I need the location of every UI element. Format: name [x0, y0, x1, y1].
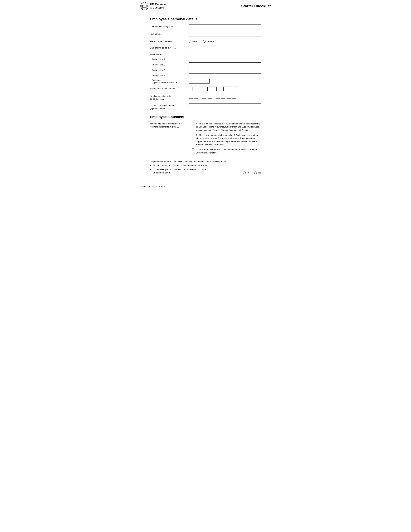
section2: Employee statement You need to select on…	[150, 115, 261, 156]
emp-day1[interactable]	[188, 94, 193, 98]
home-address-group: Home address Address line 1 Address line…	[150, 53, 261, 84]
ni-box-9[interactable]	[228, 86, 232, 91]
emp-month2[interactable]	[208, 94, 212, 98]
student-loan-section: Do you have a Student Loan which is not …	[150, 160, 261, 175]
student-loan-question: Do you have a Student Loan which is not …	[150, 160, 261, 163]
first-name-input[interactable]	[188, 32, 261, 37]
page-header: HM Revenue & Customs Starter Checklist	[137, 0, 274, 12]
home-address-title: Home address	[150, 53, 261, 56]
gender-female-label[interactable]: Female	[203, 40, 214, 43]
student-loan-bullet2: You received your first Student Loan ins…	[152, 168, 243, 175]
dob-month2[interactable]	[208, 46, 212, 50]
section2-title: Employee statement	[150, 115, 261, 119]
dob-year3[interactable]	[227, 46, 231, 50]
dob-day1[interactable]	[188, 46, 193, 50]
student-loan-no-radio[interactable]	[243, 171, 246, 174]
first-name-row: First name(s)	[150, 32, 261, 37]
first-name-label: First name(s)	[150, 32, 188, 36]
address-line1-row: Address line 1	[150, 57, 261, 61]
gender-female-text: Female	[207, 40, 214, 43]
address-line2-label: Address line 2	[150, 64, 188, 66]
emp-day2[interactable]	[194, 94, 198, 98]
statement-body: You need to select only one of the follo…	[150, 122, 261, 156]
address-line4-field	[188, 73, 261, 78]
logo-area: HM Revenue & Customs	[140, 2, 166, 10]
payroll-row: Payroll ID or works number (if you have …	[150, 104, 261, 110]
dob-row: Date of birth eg dd mm yyyy	[150, 46, 261, 50]
address-line4-input[interactable]	[188, 73, 261, 78]
address-line4-row: Address line 4	[150, 73, 261, 78]
dob-year2[interactable]	[221, 46, 225, 50]
address-line1-input[interactable]	[188, 57, 261, 61]
student-loan-bullets-area: You left a course of UK higher education…	[150, 163, 243, 175]
last-name-label: Last name or family name	[150, 25, 188, 28]
address-line2-row: Address line 2	[150, 62, 261, 67]
ni-box-6[interactable]	[213, 86, 217, 91]
postcode-row: Postcode (if your address is in the UK)	[150, 79, 261, 84]
student-loan-no-text: No	[247, 171, 249, 175]
gender-female-radio[interactable]	[203, 40, 206, 43]
ni-label: National Insurance number	[150, 86, 188, 90]
first-name-field	[188, 32, 261, 37]
svg-point-1	[141, 3, 148, 9]
emp-year1[interactable]	[216, 94, 220, 98]
ni-box-7[interactable]	[219, 86, 223, 91]
option-a-radio[interactable]	[192, 123, 194, 125]
logo-text: HM Revenue & Customs	[150, 3, 166, 10]
last-name-row: Last name or family name	[150, 25, 261, 29]
student-loan-no-label[interactable]: No	[243, 171, 249, 175]
ni-box-8[interactable]	[223, 86, 227, 91]
ni-boxes	[188, 86, 261, 91]
section1-title: Employee's personal details	[150, 17, 261, 21]
student-loan-list: You left a course of UK higher education…	[152, 164, 243, 174]
dob-boxes	[188, 46, 261, 50]
last-name-field	[188, 25, 261, 29]
postcode-input[interactable]	[188, 79, 210, 84]
dob-year1[interactable]	[216, 46, 220, 50]
dob-field	[188, 46, 261, 50]
gender-field: Male Female	[188, 39, 261, 43]
payroll-label: Payroll ID or works number (if you have …	[150, 104, 188, 110]
dob-day2[interactable]	[194, 46, 198, 50]
student-loan-yes-radio[interactable]	[254, 171, 257, 174]
ni-box-4[interactable]	[204, 86, 208, 91]
address-line4-label: Address line 4	[150, 75, 188, 77]
address-line1-field	[188, 57, 261, 61]
option-b-radio[interactable]	[192, 134, 194, 136]
gender-row: Are you male or female? Male Female	[150, 39, 261, 43]
ni-box-10[interactable]	[234, 86, 238, 91]
option-b-text: B - This is now my only job but since la…	[196, 133, 261, 146]
emp-month1[interactable]	[202, 94, 206, 98]
last-name-input[interactable]	[188, 25, 261, 29]
ni-row: National Insurance number	[150, 86, 261, 91]
ni-box-2[interactable]	[193, 86, 197, 91]
emp-year2[interactable]	[221, 94, 225, 98]
option-c-radio[interactable]	[192, 148, 194, 151]
emp-year3[interactable]	[227, 94, 231, 98]
emp-start-field	[188, 94, 261, 98]
ni-box-1[interactable]	[188, 86, 192, 91]
emp-year4[interactable]	[232, 94, 236, 98]
statement-option-c: C - As well as my new job, I have anothe…	[192, 148, 261, 154]
footer-text: Starter checklist 23102012 v1.1	[140, 185, 167, 188]
statement-intro: You need to select only one of the follo…	[150, 122, 188, 156]
student-loan-row: You left a course of UK higher education…	[150, 163, 261, 175]
page-footer: Starter checklist 23102012 v1.1	[137, 183, 274, 190]
gender-male-text: Male	[192, 40, 197, 43]
dob-month1[interactable]	[202, 46, 206, 50]
gender-male-radio[interactable]	[188, 40, 191, 43]
hmrc-emblem	[140, 2, 149, 10]
postcode-label: Postcode (if your address is in the UK)	[150, 79, 188, 84]
emp-start-label: Employment start date eg dd mm yyyy	[150, 94, 188, 100]
dob-year4[interactable]	[232, 46, 236, 50]
address-line2-input[interactable]	[188, 62, 261, 67]
student-loan-yes-label[interactable]: Yes	[254, 171, 261, 175]
address-line3-field	[188, 68, 261, 72]
gender-male-label[interactable]: Male	[188, 40, 197, 43]
ni-box-3[interactable]	[199, 86, 203, 91]
emp-start-row: Employment start date eg dd mm yyyy	[150, 94, 261, 100]
payroll-input[interactable]	[188, 104, 261, 108]
address-line3-input[interactable]	[188, 68, 261, 72]
address-line1-label: Address line 1	[150, 58, 188, 60]
ni-box-5[interactable]	[208, 86, 212, 91]
